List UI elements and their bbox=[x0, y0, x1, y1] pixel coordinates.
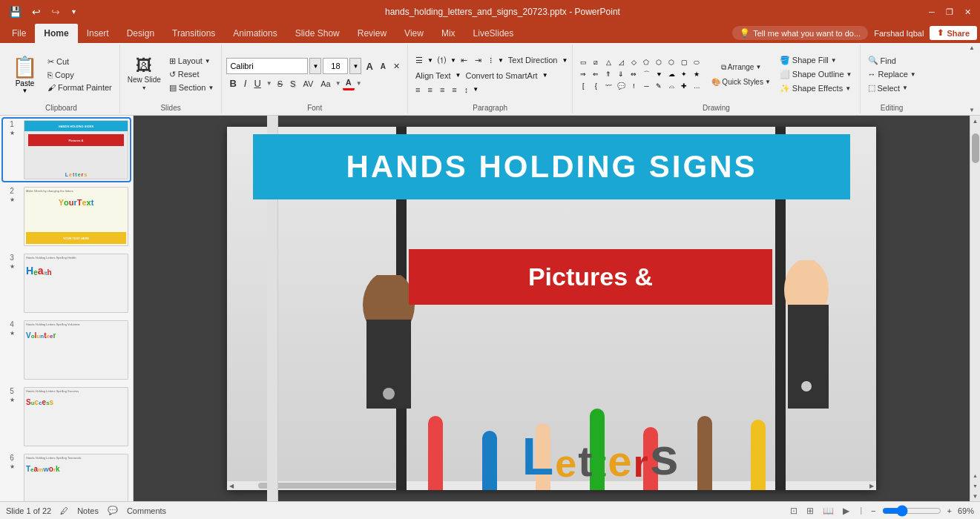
shape-hex[interactable]: ⬡ bbox=[653, 57, 665, 67]
cut-button[interactable]: ✂ Cut bbox=[45, 56, 115, 68]
tab-design[interactable]: Design bbox=[118, 24, 163, 43]
shape-triangle[interactable]: △ bbox=[602, 57, 614, 67]
shape-star4[interactable]: ✦ bbox=[678, 69, 690, 79]
arrange-button[interactable]: ⧉ Arrange ▼ bbox=[708, 61, 774, 74]
hscroll-right[interactable]: ▶ bbox=[867, 483, 876, 489]
tab-view[interactable]: View bbox=[395, 24, 433, 43]
shape-star5[interactable]: ★ bbox=[691, 69, 703, 79]
save-icon[interactable]: 💾 bbox=[6, 4, 24, 19]
undo-icon[interactable]: ↩ bbox=[29, 4, 44, 19]
decrease-font-button[interactable]: A bbox=[378, 61, 389, 72]
section-button[interactable]: ▤ Section ▼ bbox=[166, 82, 217, 94]
font-size-arrow[interactable]: ▼ bbox=[349, 58, 361, 74]
shape-outline-button[interactable]: ⬜ Shape Outline ▼ bbox=[777, 68, 855, 81]
bullets-button[interactable]: ☰ bbox=[412, 54, 426, 67]
shape-bang[interactable]: ! bbox=[628, 81, 639, 91]
share-button[interactable]: ⬆ Share bbox=[930, 26, 977, 40]
reset-button[interactable]: ↺ Reset bbox=[166, 68, 217, 81]
shape-misc[interactable]: … bbox=[691, 81, 703, 91]
slide-canvas[interactable]: HANDS HOLDING SIGNS bbox=[227, 127, 876, 490]
quick-styles-button[interactable]: 🎨 Quick Styles ▼ bbox=[708, 76, 774, 88]
ribbon-scroll-up[interactable]: ▲ bbox=[969, 44, 975, 51]
aligntext-arrow[interactable]: ▼ bbox=[456, 72, 461, 79]
tab-review[interactable]: Review bbox=[349, 24, 395, 43]
slide-thumb-2[interactable]: 2 ★ Make Words by changing the letters Y… bbox=[3, 185, 130, 248]
tell-me-input[interactable]: 💡 Tell me what you want to do... bbox=[732, 26, 868, 40]
shape-arc[interactable]: ⌓ bbox=[665, 81, 677, 91]
dec-indent-button[interactable]: ⇤ bbox=[458, 54, 470, 67]
tab-insert[interactable]: Insert bbox=[78, 24, 118, 43]
align-left-button[interactable]: ≡ bbox=[412, 84, 423, 96]
textdir-arrow[interactable]: ▼ bbox=[562, 57, 568, 64]
shape-dbl-arrow[interactable]: ⇔ bbox=[628, 69, 639, 79]
paste-button[interactable]: 📋 Paste ▼ bbox=[7, 53, 42, 96]
numbering-button[interactable]: ⑴ bbox=[435, 53, 449, 67]
slide-thumb-6[interactable]: 6 ★ Hands Holding Letters Spelling Teamw… bbox=[3, 452, 130, 501]
zoom-slider[interactable] bbox=[882, 505, 941, 517]
new-slide-button[interactable]: 🖼 New Slide ▼ bbox=[125, 56, 164, 93]
shape-wave[interactable]: 〰 bbox=[602, 81, 614, 91]
copy-button[interactable]: ⎘ Copy bbox=[45, 69, 115, 81]
new-slide-arrow[interactable]: ▼ bbox=[142, 85, 147, 90]
shape-fill-button[interactable]: 🪣 Shape Fill ▼ bbox=[777, 54, 855, 67]
bullets-arrow[interactable]: ▼ bbox=[427, 57, 433, 64]
notes-button[interactable]: Notes bbox=[77, 506, 99, 515]
shape-plus[interactable]: ✚ bbox=[678, 81, 690, 91]
shape-freeform[interactable]: ✎ bbox=[653, 81, 665, 91]
customize-qat-icon[interactable]: ▼ bbox=[68, 7, 80, 17]
shape-bracket[interactable]: [ bbox=[577, 81, 589, 91]
shape-pentagon[interactable]: ⬠ bbox=[640, 57, 652, 67]
slide-thumb-4[interactable]: 4 ★ Hands Holding Letters Spelling Volun… bbox=[3, 319, 130, 381]
font-name-input[interactable] bbox=[226, 58, 308, 74]
charspace-button[interactable]: AV bbox=[300, 78, 316, 90]
shape-cloud[interactable]: ☁ bbox=[665, 69, 677, 79]
tab-mix[interactable]: Mix bbox=[433, 24, 464, 43]
slideshow-button[interactable]: ▶ bbox=[841, 504, 851, 518]
shape-arrow-l[interactable]: ⇐ bbox=[590, 69, 602, 79]
zoom-level[interactable]: 69% bbox=[958, 506, 974, 515]
reading-view-button[interactable]: 📖 bbox=[821, 504, 835, 518]
shape-callout[interactable]: 💬 bbox=[615, 81, 627, 91]
hscroll-thumb[interactable] bbox=[258, 483, 407, 489]
font-size-input[interactable] bbox=[323, 58, 348, 74]
slide-thumb-3[interactable]: 3 ★ Hands Holding Letters Spelling Healt… bbox=[3, 252, 130, 314]
aligntext-button[interactable]: Align Text bbox=[412, 70, 454, 82]
slide-sorter-button[interactable]: ⊞ bbox=[805, 504, 815, 518]
format-painter-button[interactable]: 🖌 Format Painter bbox=[45, 82, 115, 93]
zoom-in-button[interactable]: + bbox=[947, 506, 952, 515]
shape-round-rect[interactable]: ▢ bbox=[678, 57, 690, 67]
shape-arrow-up[interactable]: ⇑ bbox=[602, 69, 614, 79]
underline-button[interactable]: U bbox=[251, 76, 263, 90]
minimize-button[interactable]: ─ bbox=[925, 5, 938, 19]
paste-dropdown-arrow[interactable]: ▼ bbox=[22, 87, 28, 94]
strikethrough-button[interactable]: S bbox=[274, 78, 286, 90]
shape-effects-button[interactable]: ✨ Shape Effects ▼ bbox=[777, 82, 855, 95]
shape-oct[interactable]: ⬡ bbox=[665, 57, 677, 67]
fontcolor-arrow[interactable]: ▼ bbox=[356, 80, 362, 87]
redo-icon[interactable]: ↪ bbox=[48, 4, 63, 19]
changecase-button[interactable]: Aa bbox=[318, 78, 333, 90]
shape-arrow-r[interactable]: ⇒ bbox=[577, 69, 589, 79]
underline-arrow[interactable]: ▼ bbox=[266, 80, 272, 87]
replace-button[interactable]: ↔ Replace ▼ bbox=[865, 68, 919, 80]
select-button[interactable]: ⬚ Select ▼ bbox=[865, 82, 919, 94]
align-right-button[interactable]: ≡ bbox=[437, 84, 447, 96]
slide-thumb-5[interactable]: 5 ★ Hands Holding Letters Spelling Succe… bbox=[3, 386, 130, 448]
shape-brace[interactable]: { bbox=[590, 81, 602, 91]
smartart-arrow[interactable]: ▼ bbox=[542, 72, 548, 79]
scroll-thumb[interactable] bbox=[972, 133, 979, 163]
columns-arrow[interactable]: ▼ bbox=[498, 57, 504, 64]
find-button[interactable]: 🔍 Find bbox=[865, 54, 919, 67]
text-direction-button[interactable]: Text Direction bbox=[505, 54, 561, 66]
close-button[interactable]: ✕ bbox=[961, 5, 974, 19]
bold-button[interactable]: B bbox=[226, 76, 239, 90]
ribbon-scroll-down[interactable]: ▼ bbox=[969, 107, 975, 113]
clear-formatting-button[interactable]: ✕ bbox=[390, 60, 403, 73]
shape-diamond[interactable]: ◇ bbox=[628, 57, 639, 67]
scroll-down-button[interactable]: ▼ bbox=[970, 491, 981, 501]
fill-arrow[interactable]: ▼ bbox=[831, 57, 837, 64]
shape-heart[interactable]: ♥ bbox=[653, 69, 665, 79]
shape-line[interactable]: ─ bbox=[640, 81, 652, 91]
linespace-arrow[interactable]: ▼ bbox=[473, 86, 479, 93]
align-center-button[interactable]: ≡ bbox=[424, 84, 435, 96]
